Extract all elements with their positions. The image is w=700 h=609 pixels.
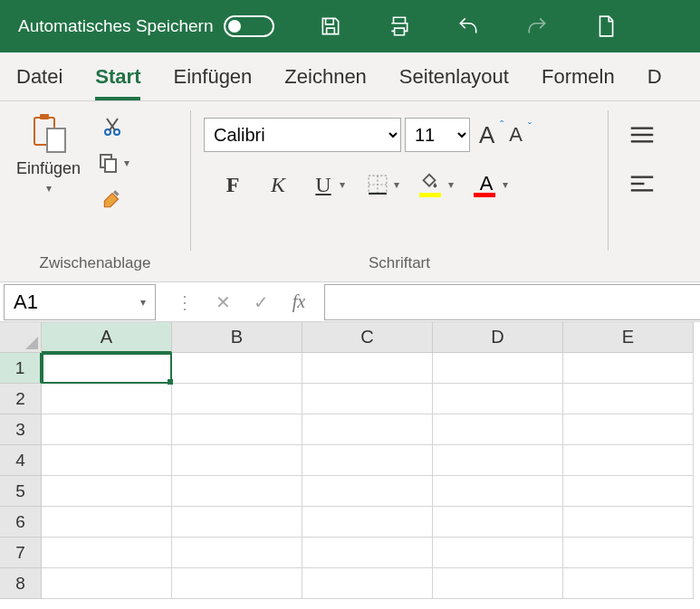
grow-font-button[interactable]: Aˆ — [474, 121, 500, 149]
save-icon[interactable] — [318, 14, 343, 39]
cell[interactable] — [433, 445, 563, 476]
chevron-down-icon[interactable]: ▾ — [140, 296, 146, 309]
row-header[interactable]: 2 — [0, 384, 42, 414]
cell[interactable] — [433, 414, 563, 445]
bold-button[interactable]: F — [220, 172, 245, 197]
cell[interactable] — [563, 476, 694, 507]
fill-color-swatch — [419, 193, 441, 197]
align-top-icon[interactable] — [628, 125, 652, 148]
formula-input[interactable] — [324, 284, 700, 320]
chevron-down-icon[interactable]: ▾ — [394, 178, 399, 191]
autosave-toggle[interactable] — [224, 15, 274, 37]
row-header[interactable]: 4 — [0, 445, 42, 476]
chevron-down-icon[interactable]: ▾ — [340, 178, 345, 191]
row-header[interactable]: 3 — [0, 414, 42, 445]
cancel-icon[interactable]: ✕ — [205, 284, 241, 320]
column-header[interactable]: B — [172, 322, 302, 353]
column-header[interactable]: E — [563, 322, 694, 353]
row-header[interactable]: 7 — [0, 538, 42, 568]
row-header[interactable]: 1 — [0, 353, 42, 384]
autosave-label: Automatisches Speichern — [18, 16, 213, 36]
tab-zeichnen[interactable]: Zeichnen — [284, 54, 367, 100]
cell[interactable] — [302, 568, 433, 599]
cell[interactable] — [563, 568, 694, 599]
font-color-button[interactable]: A — [474, 172, 499, 197]
cell[interactable] — [42, 414, 172, 445]
tab-start[interactable]: Start — [95, 54, 140, 100]
row-header[interactable]: 8 — [0, 568, 42, 599]
cell[interactable] — [433, 476, 563, 507]
cell[interactable] — [172, 538, 302, 568]
cell[interactable] — [563, 414, 694, 445]
row-header[interactable]: 6 — [0, 507, 42, 538]
cell[interactable] — [42, 445, 172, 476]
cell[interactable] — [433, 353, 563, 384]
cell[interactable] — [302, 414, 433, 445]
cell[interactable] — [302, 353, 433, 384]
cell[interactable] — [42, 507, 172, 538]
tab-formeln[interactable]: Formeln — [542, 54, 615, 100]
svg-rect-2 — [47, 128, 65, 152]
undo-icon[interactable] — [455, 14, 481, 39]
cell[interactable] — [42, 568, 172, 599]
underline-button[interactable]: U — [311, 172, 336, 197]
name-box[interactable]: A1 ▾ — [4, 284, 156, 320]
cell[interactable] — [563, 538, 694, 568]
paste-button[interactable]: Einfügen ▾ — [13, 109, 84, 198]
name-box-value: A1 — [14, 290, 38, 314]
cell[interactable] — [172, 568, 302, 599]
cell[interactable] — [172, 414, 302, 445]
tab-truncated[interactable]: D — [647, 54, 662, 100]
cell[interactable] — [433, 507, 563, 538]
chevron-down-icon[interactable]: ▾ — [448, 178, 454, 191]
shrink-font-button[interactable]: Aˇ — [503, 123, 528, 147]
fx-icon[interactable]: fx — [281, 284, 317, 320]
cell[interactable] — [172, 353, 302, 384]
cell[interactable] — [563, 353, 694, 384]
format-painter-icon[interactable] — [100, 186, 125, 212]
cut-icon[interactable] — [100, 114, 125, 139]
cell[interactable] — [302, 445, 433, 476]
copy-icon[interactable] — [95, 150, 120, 176]
print-icon[interactable] — [387, 14, 412, 39]
font-name-select[interactable]: Calibri — [204, 118, 401, 152]
cell[interactable] — [172, 445, 302, 476]
enter-icon[interactable]: ✓ — [243, 284, 279, 320]
cell[interactable] — [433, 384, 563, 414]
column-header[interactable]: D — [433, 322, 563, 353]
more-icon[interactable]: ⋮ — [167, 284, 203, 320]
cell[interactable] — [172, 384, 302, 414]
cell[interactable] — [433, 538, 563, 568]
row-header[interactable]: 5 — [0, 476, 42, 507]
cell[interactable] — [172, 476, 302, 507]
new-file-icon[interactable] — [593, 14, 618, 39]
chevron-down-icon[interactable]: ▾ — [124, 157, 129, 169]
column-header[interactable]: A — [42, 322, 172, 353]
formula-bar: A1 ▾ ⋮ ✕ ✓ fx — [0, 282, 700, 322]
font-size-select[interactable]: 11 — [405, 118, 470, 152]
cell[interactable] — [563, 507, 694, 538]
cell[interactable] — [42, 538, 172, 568]
cell[interactable] — [42, 476, 172, 507]
cell[interactable] — [302, 384, 433, 414]
tab-seitenlayout[interactable]: Seitenlayout — [399, 54, 509, 100]
chevron-down-icon[interactable]: ▾ — [503, 178, 508, 191]
cell[interactable] — [42, 353, 172, 384]
cell[interactable] — [563, 445, 694, 476]
cell[interactable] — [302, 476, 433, 507]
cell[interactable] — [172, 507, 302, 538]
tab-datei[interactable]: Datei — [16, 54, 62, 100]
column-header[interactable]: C — [302, 322, 433, 353]
italic-button[interactable]: K — [265, 172, 291, 197]
cell[interactable] — [42, 384, 172, 414]
align-left-icon[interactable] — [628, 174, 652, 197]
cell[interactable] — [563, 384, 694, 414]
cell[interactable] — [433, 568, 563, 599]
redo-icon[interactable] — [524, 14, 550, 39]
tab-einfuegen[interactable]: Einfügen — [173, 54, 252, 100]
cell[interactable] — [302, 538, 433, 568]
select-all-corner[interactable] — [0, 322, 42, 353]
fill-color-button[interactable] — [419, 172, 445, 197]
borders-button[interactable] — [365, 172, 390, 197]
cell[interactable] — [302, 507, 433, 538]
